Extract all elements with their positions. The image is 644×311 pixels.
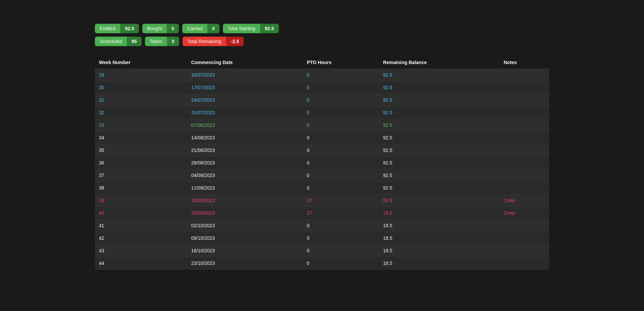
week-number: 43: [95, 245, 187, 257]
week-number: 29: [95, 69, 187, 81]
notes: [500, 81, 549, 94]
remaining-balance: 55.5: [379, 194, 500, 207]
remaining-balance: 18.5: [379, 245, 500, 257]
badge-value: 0: [207, 24, 220, 33]
commencing-date: 25/09/2023: [187, 207, 303, 219]
badge-value: 92.5: [260, 24, 279, 33]
remaining-balance: 18.5: [379, 257, 500, 270]
remaining-balance: 18.5: [379, 219, 500, 232]
commencing-date: 28/08/2023: [187, 157, 303, 169]
table-header: Week NumberCommencing DatePTO HoursRemai…: [95, 56, 549, 69]
remaining-balance: 92.5: [379, 182, 500, 194]
notes: [500, 169, 549, 182]
badge-total-remaining: Total Remaining -2.5: [183, 37, 244, 46]
commencing-date: 14/08/2023: [187, 132, 303, 144]
table-row: 3811/09/2023092.5: [95, 182, 549, 194]
badge-total-starting: Total Starting 92.5: [223, 24, 279, 33]
notes: [500, 69, 549, 81]
commencing-date: 24/07/2023: [187, 94, 303, 106]
pto-hours: 37: [303, 194, 379, 207]
pto-hours: 0: [303, 132, 379, 144]
pto-hours: 0: [303, 232, 379, 245]
badge-label: Taken: [145, 37, 167, 46]
table-container: Week NumberCommencing DatePTO HoursRemai…: [95, 56, 549, 270]
pto-hours: 0: [303, 245, 379, 257]
remaining-balance: 92.5: [379, 81, 500, 94]
remaining-balance: 92.5: [379, 169, 500, 182]
table-row: 4316/10/2023018.5: [95, 245, 549, 257]
notes: [500, 257, 549, 270]
badge-taken: Taken 0: [145, 37, 179, 46]
badge-label: Total Remaining: [183, 37, 226, 46]
table-row: 3307/08/2023092.5: [95, 119, 549, 132]
badge-value: 95: [127, 37, 142, 46]
badge-value: 92.5: [120, 24, 139, 33]
pto-hours: 0: [303, 182, 379, 194]
commencing-date: 11/09/2023: [187, 182, 303, 194]
pto-hours: 0: [303, 257, 379, 270]
commencing-date: 17/07/2023: [187, 81, 303, 94]
week-number: 38: [95, 182, 187, 194]
week-number: 35: [95, 144, 187, 157]
badge-entitled: Entitled 92.5: [95, 24, 139, 33]
table-row: 4209/10/2023018.5: [95, 232, 549, 245]
table-row: 4423/10/2023018.5: [95, 257, 549, 270]
badge-value: -2.5: [226, 37, 244, 46]
notes: [500, 144, 549, 157]
table-row: 3124/07/2023092.5: [95, 94, 549, 106]
week-number: 31: [95, 94, 187, 106]
remaining-balance: 92.5: [379, 106, 500, 119]
week-number: 36: [95, 157, 187, 169]
badge-label: Bought: [142, 24, 167, 33]
remaining-balance: 92.5: [379, 119, 500, 132]
table-row: 2910/07/2023092.5: [95, 69, 549, 81]
badge-value: 0: [167, 37, 179, 46]
badge-bought: Bought 0: [142, 24, 179, 33]
badge-carried: Carried 0: [182, 24, 220, 33]
remaining-balance: 92.5: [379, 132, 500, 144]
pto-hours: 37: [303, 207, 379, 219]
notes: [500, 119, 549, 132]
notes: [500, 232, 549, 245]
badge-scheduled: Scheduled 95: [95, 37, 142, 46]
summary-row-1: Entitled 92.5 Bought 0 Carried 0 Total S…: [95, 24, 549, 33]
summary-row-2: Scheduled 95 Taken 0 Total Remaining -2.…: [95, 37, 549, 46]
notes: [500, 132, 549, 144]
commencing-date: 09/10/2023: [187, 232, 303, 245]
notes: [500, 94, 549, 106]
week-number: 40: [95, 207, 187, 219]
pto-hours: 0: [303, 69, 379, 81]
remaining-balance: 18.5: [379, 232, 500, 245]
table-row: 4102/10/2023018.5: [95, 219, 549, 232]
pto-hours: 0: [303, 144, 379, 157]
week-number: 44: [95, 257, 187, 270]
week-number: 42: [95, 232, 187, 245]
table-row: 3414/08/2023092.5: [95, 132, 549, 144]
column-header-remaining-balance: Remaining Balance: [379, 56, 500, 69]
pto-hours: 0: [303, 106, 379, 119]
notes: [500, 157, 549, 169]
table-row: 3918/09/20233755.5Crete: [95, 194, 549, 207]
notes: Crete: [500, 194, 549, 207]
notes: [500, 106, 549, 119]
remaining-balance: 92.5: [379, 157, 500, 169]
column-header-pto-hours: PTO Hours: [303, 56, 379, 69]
table-row: 3017/07/2023092.5: [95, 81, 549, 94]
commencing-date: 07/08/2023: [187, 119, 303, 132]
table-row: 4025/09/20233718.5Crete: [95, 207, 549, 219]
remaining-balance: 92.5: [379, 144, 500, 157]
week-number: 34: [95, 132, 187, 144]
notes: [500, 182, 549, 194]
table-row: 3521/08/2023092.5: [95, 144, 549, 157]
commencing-date: 10/07/2023: [187, 69, 303, 81]
week-number: 30: [95, 81, 187, 94]
commencing-date: 31/07/2023: [187, 106, 303, 119]
notes: [500, 245, 549, 257]
badge-label: Entitled: [95, 24, 120, 33]
pto-hours: 0: [303, 81, 379, 94]
commencing-date: 18/09/2023: [187, 194, 303, 207]
week-number: 32: [95, 106, 187, 119]
pto-hours: 0: [303, 157, 379, 169]
week-number: 41: [95, 219, 187, 232]
remaining-balance: 92.5: [379, 94, 500, 106]
